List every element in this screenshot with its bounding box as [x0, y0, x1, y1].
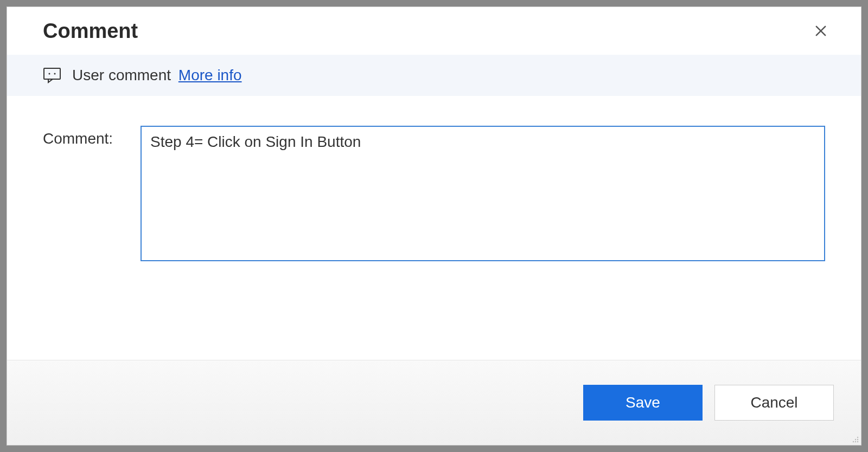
save-button[interactable]: Save: [583, 385, 703, 421]
svg-point-9: [855, 441, 856, 442]
close-icon: [813, 23, 828, 38]
info-bar: User comment More info: [7, 55, 861, 96]
resize-grip-icon[interactable]: [850, 434, 860, 444]
form-body: Comment:: [7, 96, 861, 360]
info-bar-label: User comment: [72, 67, 171, 83]
svg-point-10: [857, 441, 858, 442]
svg-point-5: [857, 437, 858, 438]
svg-point-4: [54, 73, 56, 75]
close-button[interactable]: [808, 18, 834, 44]
comment-textarea[interactable]: [141, 126, 825, 261]
comment-dialog: Comment User comment More info Comment: …: [7, 7, 861, 445]
svg-point-8: [853, 441, 854, 442]
svg-point-6: [855, 439, 856, 440]
info-bar-text-wrapper: User comment More info: [72, 67, 242, 84]
dialog-header: Comment: [7, 7, 861, 55]
comment-field-label: Comment:: [43, 126, 124, 147]
svg-point-7: [857, 439, 858, 440]
svg-point-3: [49, 73, 50, 75]
comment-bubble-icon: [43, 67, 61, 83]
cancel-button[interactable]: Cancel: [714, 385, 834, 421]
dialog-title: Comment: [43, 20, 138, 43]
more-info-link[interactable]: More info: [178, 67, 242, 83]
svg-rect-2: [44, 68, 60, 79]
dialog-footer: Save Cancel: [7, 360, 861, 445]
